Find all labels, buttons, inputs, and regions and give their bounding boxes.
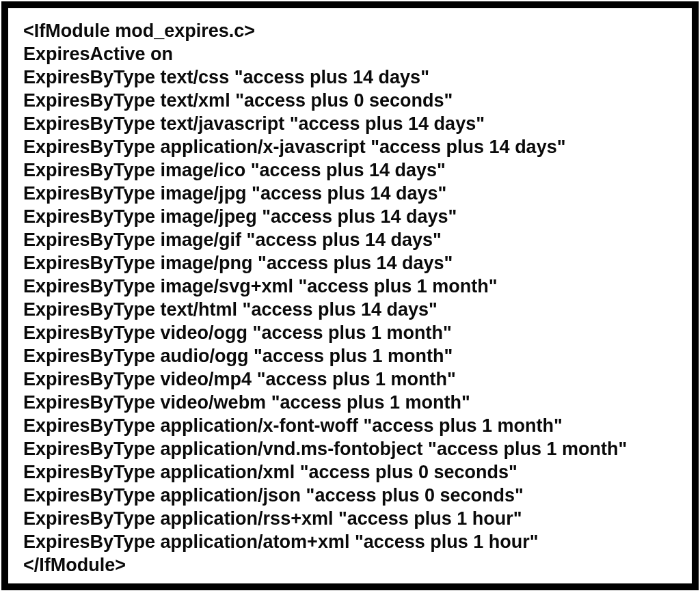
code-line: ExpiresByType image/jpg "access plus 14 …: [23, 182, 682, 205]
code-block: <IfModule mod_expires.c> ExpiresActive o…: [1, 1, 699, 590]
code-line: ExpiresByType text/xml "access plus 0 se…: [23, 89, 682, 112]
code-line: ExpiresActive on: [23, 42, 682, 66]
code-line: ExpiresByType text/html "access plus 14 …: [23, 298, 682, 321]
code-line: ExpiresByType image/png "access plus 14 …: [23, 251, 682, 275]
code-line: ExpiresByType text/javascript "access pl…: [23, 112, 682, 135]
code-line: ExpiresByType application/xml "access pl…: [23, 460, 682, 484]
code-line: ExpiresByType text/css "access plus 14 d…: [23, 66, 682, 89]
code-line: ExpiresByType image/ico "access plus 14 …: [23, 158, 682, 182]
code-line: ExpiresByType application/x-javascript "…: [23, 135, 682, 158]
code-line: </IfModule>: [23, 553, 682, 577]
code-line: ExpiresByType image/gif "access plus 14 …: [23, 228, 682, 251]
code-line: ExpiresByType image/jpeg "access plus 14…: [23, 205, 682, 228]
code-line: ExpiresByType application/x-font-woff "a…: [23, 414, 682, 437]
code-line: ExpiresByType video/webm "access plus 1 …: [23, 391, 682, 414]
code-line: ExpiresByType video/ogg "access plus 1 m…: [23, 321, 682, 344]
code-line: ExpiresByType audio/ogg "access plus 1 m…: [23, 344, 682, 368]
code-line: <IfModule mod_expires.c>: [23, 19, 682, 42]
code-line: ExpiresByType application/json "access p…: [23, 484, 682, 507]
code-line: ExpiresByType application/rss+xml "acces…: [23, 507, 682, 530]
code-line: ExpiresByType application/vnd.ms-fontobj…: [23, 437, 682, 460]
code-line: ExpiresByType image/svg+xml "access plus…: [23, 275, 682, 298]
code-line: ExpiresByType video/mp4 "access plus 1 m…: [23, 368, 682, 391]
code-line: ExpiresByType application/atom+xml "acce…: [23, 530, 682, 553]
